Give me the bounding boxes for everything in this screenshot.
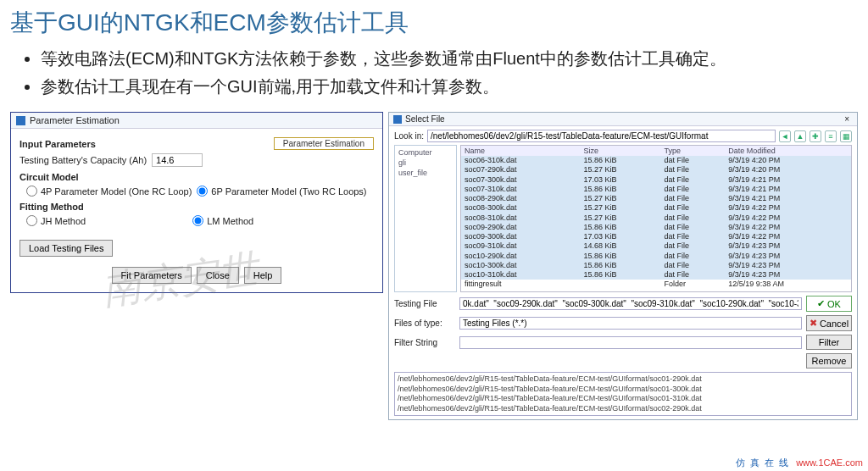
table-row[interactable]: soc08-310k.dat15.27 KiBdat File9/3/19 4:…: [461, 213, 851, 223]
help-button[interactable]: Help: [244, 267, 282, 284]
col-size[interactable]: Size: [581, 146, 661, 156]
lookin-path-input[interactable]: [427, 130, 776, 142]
sidebar-places: Computer gli user_file: [394, 145, 457, 292]
footer-url: www.1CAE.com: [796, 457, 863, 468]
testing-file-label: Testing File: [394, 299, 455, 308]
parameter-estimation-dialog: Parameter Estimation Input Parameters Pa…: [10, 112, 383, 293]
new-folder-icon[interactable]: ✚: [810, 130, 821, 142]
list-view-icon[interactable]: ≡: [825, 130, 837, 142]
x-icon: ✖: [810, 318, 817, 329]
slide-title: 基于GUI的NTGK和ECM参数估计工具: [0, 0, 868, 42]
dialog-titlebar[interactable]: Parameter Estimation: [11, 113, 382, 129]
list-item[interactable]: /net/lebhomes06/dev2/gli/R15-test/TableD…: [398, 414, 849, 416]
up-icon[interactable]: ▲: [794, 130, 806, 142]
table-row[interactable]: soc10-290k.dat15.86 KiBdat File9/3/19 4:…: [461, 252, 851, 261]
input-parameters-header: Input Parameters: [19, 139, 96, 149]
filter-string-input[interactable]: [459, 336, 802, 349]
radio-lm[interactable]: LM Method: [192, 215, 253, 226]
footer: 仿真在线 www.1CAE.com: [736, 457, 863, 469]
filter-string-label: Filter String: [394, 338, 455, 347]
file-dialog-titlebar[interactable]: Select File ×: [389, 113, 857, 126]
table-row[interactable]: soc10-300k.dat15.86 KiBdat File9/3/19 4:…: [461, 261, 851, 270]
app-icon: [16, 116, 25, 125]
radio-6p[interactable]: 6P Parameter Model (Two RC Loops): [197, 186, 366, 197]
table-row[interactable]: soc10-310k.dat15.86 KiBdat File9/3/19 4:…: [461, 270, 851, 280]
col-name[interactable]: Name: [461, 146, 581, 156]
table-row[interactable]: soc07-310k.dat15.86 KiBdat File9/3/19 4:…: [461, 185, 851, 194]
table-row[interactable]: soc08-290k.dat15.27 KiBdat File9/3/19 4:…: [461, 194, 851, 203]
filter-button[interactable]: Filter: [806, 335, 852, 350]
select-file-dialog: Select File × Look in: ◄ ▲ ✚ ≡ ▦ Compute…: [388, 112, 858, 420]
table-row[interactable]: soc07-300k.dat17.03 KiBdat File9/3/19 4:…: [461, 175, 851, 185]
list-item[interactable]: /net/lebhomes06/dev2/gli/R15-test/TableD…: [398, 394, 849, 404]
table-row[interactable]: soc09-290k.dat15.86 KiBdat File9/3/19 4:…: [461, 223, 851, 232]
file-list[interactable]: Name Size Type Date Modified soc06-310k.…: [460, 145, 852, 292]
fit-parameters-button[interactable]: Fit Parameters: [112, 267, 192, 284]
sidebar-computer[interactable]: Computer: [397, 147, 454, 158]
radio-4p[interactable]: 4P Parameter Model (One RC Loop): [26, 186, 192, 197]
load-testing-files-button[interactable]: Load Testing Files: [19, 240, 113, 257]
list-item[interactable]: /net/lebhomes06/dev2/gli/R15-test/TableD…: [398, 404, 849, 414]
selected-files-list[interactable]: /net/lebhomes06/dev2/gli/R15-test/TableD…: [394, 372, 852, 416]
table-row[interactable]: soc08-300k.dat15.27 KiBdat File9/3/19 4:…: [461, 203, 851, 213]
files-type-select[interactable]: [459, 317, 802, 330]
slide-bullets: 等效电路法(ECM)和NTGK方法依赖于参数，这些参数通常由Fluent中的参数…: [0, 42, 868, 112]
app-icon: [393, 115, 402, 124]
close-button[interactable]: Close: [197, 267, 239, 284]
back-icon[interactable]: ◄: [779, 130, 791, 142]
sidebar-folder[interactable]: user_file: [397, 168, 454, 178]
check-icon: ✔: [817, 298, 825, 309]
ok-button[interactable]: ✔OK: [806, 296, 852, 312]
capacity-label: Testing Battery's Capacity (Ah): [19, 155, 147, 165]
table-row[interactable]: soc06-310k.dat15.86 KiBdat File9/3/19 4:…: [461, 156, 851, 165]
parameter-estimation-button[interactable]: Parameter Estimation: [274, 137, 374, 150]
fitting-method-header: Fitting Method: [19, 202, 374, 212]
table-row[interactable]: soc09-310k.dat14.68 KiBdat File9/3/19 4:…: [461, 241, 851, 251]
footer-brand: 仿真在线: [736, 457, 793, 468]
table-row[interactable]: fittingresultFolder12/5/19 9:38 AM: [461, 280, 851, 289]
files-type-label: Files of type:: [394, 319, 455, 328]
cancel-button[interactable]: ✖Cancel: [806, 315, 852, 331]
col-date[interactable]: Date Modified: [725, 146, 851, 156]
dialog-title: Parameter Estimation: [30, 115, 120, 125]
col-type[interactable]: Type: [661, 146, 726, 156]
close-icon[interactable]: ×: [841, 114, 853, 124]
radio-jh[interactable]: JH Method: [26, 215, 86, 226]
lookin-label: Look in:: [394, 131, 424, 141]
bullet-item: 参数估计工具现在有一个GUI前端,用于加载文件和计算参数。: [41, 75, 843, 98]
bullet-item: 等效电路法(ECM)和NTGK方法依赖于参数，这些参数通常由Fluent中的参数…: [41, 47, 843, 70]
circuit-model-header: Circuit Model: [19, 172, 374, 182]
sidebar-folder[interactable]: gli: [397, 158, 454, 168]
table-row[interactable]: soc07-290k.dat15.27 KiBdat File9/3/19 4:…: [461, 165, 851, 175]
list-item[interactable]: /net/lebhomes06/dev2/gli/R15-test/TableD…: [398, 374, 849, 385]
detail-view-icon[interactable]: ▦: [840, 130, 852, 142]
table-row[interactable]: soc09-300k.dat17.03 KiBdat File9/3/19 4:…: [461, 232, 851, 241]
list-item[interactable]: /net/lebhomes06/dev2/gli/R15-test/TableD…: [398, 385, 849, 395]
testing-file-input[interactable]: [459, 297, 802, 310]
remove-button[interactable]: Remove: [806, 353, 852, 368]
file-dialog-title: Select File: [405, 114, 445, 124]
capacity-input[interactable]: [152, 153, 203, 167]
